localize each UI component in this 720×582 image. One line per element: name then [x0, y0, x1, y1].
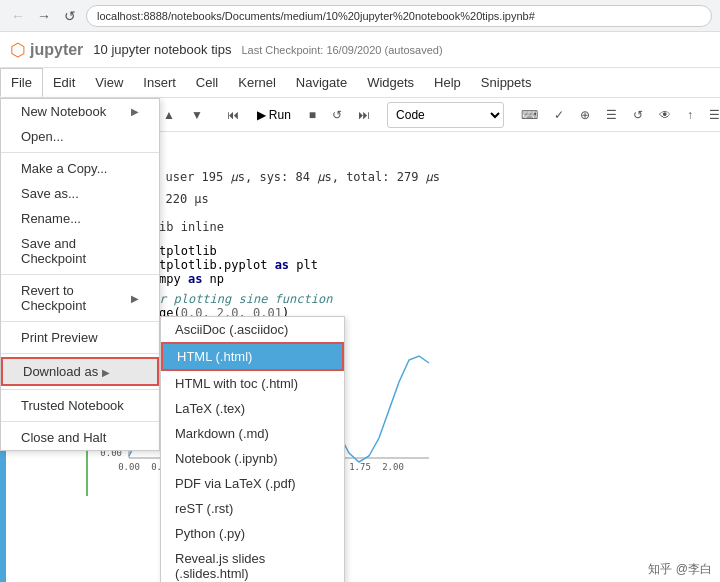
- jupyter-header: ⬡ jupyter 10 jupyter notebook tips Last …: [0, 32, 720, 68]
- download-latex[interactable]: LaTeX (.tex): [161, 396, 344, 421]
- code-import-matplotlib: import matplotlib: [94, 244, 720, 258]
- menu-save-checkpoint[interactable]: Save and Checkpoint: [1, 231, 159, 271]
- download-html-toc[interactable]: HTML with toc (.html): [161, 371, 344, 396]
- menu-snippets[interactable]: Snippets: [471, 68, 542, 97]
- separator-2: [1, 274, 159, 275]
- menu-open[interactable]: Open...: [1, 124, 159, 149]
- download-html[interactable]: HTML (.html): [161, 342, 344, 371]
- menu-file[interactable]: File: [0, 68, 43, 97]
- output-cpu: CPU times: user 195 μs, sys: 84 μs, tota…: [86, 166, 720, 188]
- output-content-1: lol CPU times: user 195 μs, sys: 84 μs, …: [86, 144, 720, 210]
- toolbar-btn-extra3[interactable]: ↺: [626, 102, 650, 128]
- download-rest[interactable]: reST (.rst): [161, 496, 344, 521]
- menu-rename[interactable]: Rename...: [1, 206, 159, 231]
- menu-widgets[interactable]: Widgets: [357, 68, 424, 97]
- skip-forward-btn[interactable]: ⏭: [351, 102, 377, 128]
- checkpoint-text: Last Checkpoint: 16/09/2020 (autosaved): [241, 44, 442, 56]
- svg-text:0.00: 0.00: [118, 462, 140, 472]
- download-submenu: AsciiDoc (.asciidoc) HTML (.html) HTML w…: [160, 316, 345, 582]
- download-python[interactable]: Python (.py): [161, 521, 344, 546]
- toolbar-btn-extra6[interactable]: ☰: [702, 102, 720, 128]
- move-down-btn[interactable]: ▼: [184, 102, 210, 128]
- svg-text:1.75: 1.75: [349, 462, 371, 472]
- separator-1: [1, 152, 159, 153]
- forward-button[interactable]: →: [34, 6, 54, 26]
- skip-back-btn[interactable]: ⏮: [220, 102, 246, 128]
- menu-view[interactable]: View: [85, 68, 133, 97]
- code-magic: %matplotlib inline: [94, 216, 720, 238]
- menu-close-halt[interactable]: Close and Halt: [1, 425, 159, 450]
- download-asciidoc[interactable]: AsciiDoc (.asciidoc): [161, 317, 344, 342]
- check-btn[interactable]: ✓: [547, 102, 571, 128]
- menu-bar: File Edit View Insert Cell Kernel Naviga…: [0, 68, 720, 98]
- toolbar-btn-extra1[interactable]: ⊕: [573, 102, 597, 128]
- menu-navigate[interactable]: Navigate: [286, 68, 357, 97]
- menu-print-preview[interactable]: Print Preview: [1, 325, 159, 350]
- code-import-pyplot: import matplotlib.pyplot as plt: [94, 258, 720, 272]
- stop-btn[interactable]: ■: [302, 102, 323, 128]
- svg-text:2.00: 2.00: [382, 462, 404, 472]
- toolbar-btn-extra5[interactable]: ↑: [680, 102, 700, 128]
- code-import-numpy: import numpy as np: [94, 272, 720, 286]
- menu-revert-checkpoint[interactable]: Revert to Checkpoint ▶: [1, 278, 159, 318]
- download-notebook[interactable]: Notebook (.ipynb): [161, 446, 344, 471]
- separator-3: [1, 321, 159, 322]
- menu-save-as[interactable]: Save as...: [1, 181, 159, 206]
- notebook-title[interactable]: 10 jupyter notebook tips: [93, 42, 231, 57]
- separator-5: [1, 389, 159, 390]
- cell-type-select[interactable]: Code Markdown Raw NBConvert Heading: [387, 102, 504, 128]
- revert-arrow: ▶: [131, 293, 139, 304]
- jupyter-logo-icon: ⬡: [10, 39, 26, 61]
- jupyter-logo-text: jupyter: [30, 41, 83, 59]
- menu-insert[interactable]: Insert: [133, 68, 186, 97]
- new-notebook-arrow: ▶: [131, 106, 139, 117]
- menu-download-as[interactable]: Download as ▶: [1, 357, 159, 386]
- menu-kernel[interactable]: Kernel: [228, 68, 286, 97]
- url-bar[interactable]: [86, 5, 712, 27]
- refresh-button[interactable]: ↺: [60, 6, 80, 26]
- browser-bar: ← → ↺: [0, 0, 720, 32]
- file-dropdown: New Notebook ▶ Open... Make a Copy... Sa…: [0, 98, 160, 451]
- download-arrow: ▶: [102, 367, 110, 378]
- restart-btn[interactable]: ↺: [325, 102, 349, 128]
- output-wall: Wall time: 220 μs: [86, 188, 720, 210]
- separator-6: [1, 421, 159, 422]
- toolbar-btn-extra2[interactable]: ☰: [599, 102, 624, 128]
- menu-cell[interactable]: Cell: [186, 68, 228, 97]
- output-lol: lol: [86, 144, 720, 166]
- menu-new-notebook[interactable]: New Notebook ▶: [1, 99, 159, 124]
- run-btn[interactable]: ▶Run: [248, 104, 300, 126]
- menu-edit[interactable]: Edit: [43, 68, 85, 97]
- download-reveal[interactable]: Reveal.js slides (.slides.html): [161, 546, 344, 582]
- download-pdf[interactable]: PDF via LaTeX (.pdf): [161, 471, 344, 496]
- download-markdown[interactable]: Markdown (.md): [161, 421, 344, 446]
- watermark: 知乎 @李白: [648, 561, 712, 578]
- separator-4: [1, 353, 159, 354]
- menu-make-copy[interactable]: Make a Copy...: [1, 156, 159, 181]
- jupyter-logo: ⬡ jupyter: [10, 39, 83, 61]
- menu-trusted-notebook[interactable]: Trusted Notebook: [1, 393, 159, 418]
- toolbar-btn-extra4[interactable]: 👁: [652, 102, 678, 128]
- keyboard-btn[interactable]: ⌨: [514, 102, 545, 128]
- menu-help[interactable]: Help: [424, 68, 471, 97]
- back-button[interactable]: ←: [8, 6, 28, 26]
- code-comment: # Data for plotting sine function: [94, 292, 720, 306]
